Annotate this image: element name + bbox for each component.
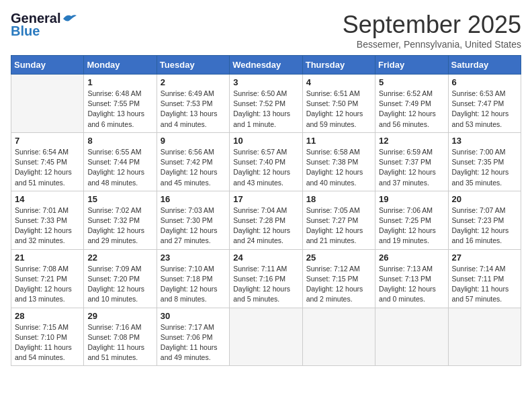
day-info: Sunrise: 6:56 AMSunset: 7:42 PMDaylight:… (161, 147, 226, 188)
col-header-tuesday: Tuesday (157, 56, 229, 75)
day-number: 10 (233, 136, 298, 146)
day-info: Sunrise: 7:05 AMSunset: 7:27 PMDaylight:… (306, 205, 371, 246)
week-row-4: 21Sunrise: 7:08 AMSunset: 7:21 PMDayligh… (11, 249, 521, 308)
page-header: General Blue September 2025 Bessemer, Pe… (11, 11, 521, 50)
day-info: Sunrise: 6:49 AMSunset: 7:53 PMDaylight:… (161, 89, 226, 130)
calendar-cell: 17Sunrise: 7:04 AMSunset: 7:28 PMDayligh… (230, 191, 302, 249)
day-info: Sunrise: 7:07 AMSunset: 7:23 PMDaylight:… (452, 205, 517, 246)
day-info: Sunrise: 6:52 AMSunset: 7:49 PMDaylight:… (379, 89, 444, 130)
day-number: 29 (87, 311, 152, 321)
day-number: 26 (379, 253, 444, 263)
day-info: Sunrise: 7:12 AMSunset: 7:15 PMDaylight:… (306, 264, 371, 305)
day-info: Sunrise: 7:03 AMSunset: 7:30 PMDaylight:… (161, 205, 226, 246)
calendar-cell: 1Sunrise: 6:48 AMSunset: 7:55 PMDaylight… (84, 75, 157, 133)
col-header-thursday: Thursday (302, 56, 375, 75)
day-number: 4 (306, 77, 371, 87)
logo-bird-icon (62, 13, 77, 24)
day-number: 27 (452, 253, 517, 263)
day-info: Sunrise: 6:58 AMSunset: 7:38 PMDaylight:… (306, 147, 371, 188)
calendar-cell: 11Sunrise: 6:58 AMSunset: 7:38 PMDayligh… (302, 132, 375, 191)
day-number: 17 (233, 194, 298, 204)
day-info: Sunrise: 7:04 AMSunset: 7:28 PMDaylight:… (233, 205, 298, 246)
col-header-monday: Monday (84, 56, 157, 75)
day-number: 2 (161, 77, 226, 87)
day-number: 8 (87, 136, 152, 146)
day-info: Sunrise: 7:02 AMSunset: 7:32 PMDaylight:… (87, 205, 152, 246)
calendar-cell: 18Sunrise: 7:05 AMSunset: 7:27 PMDayligh… (302, 191, 375, 249)
day-info: Sunrise: 6:55 AMSunset: 7:44 PMDaylight:… (87, 147, 152, 188)
calendar-cell: 5Sunrise: 6:52 AMSunset: 7:49 PMDaylight… (375, 75, 448, 133)
day-info: Sunrise: 7:06 AMSunset: 7:25 PMDaylight:… (379, 205, 444, 246)
calendar-cell: 9Sunrise: 6:56 AMSunset: 7:42 PMDaylight… (157, 132, 229, 191)
calendar-cell: 25Sunrise: 7:12 AMSunset: 7:15 PMDayligh… (302, 249, 375, 308)
day-number: 21 (15, 253, 80, 263)
day-info: Sunrise: 7:01 AMSunset: 7:33 PMDaylight:… (15, 205, 80, 246)
calendar-cell: 22Sunrise: 7:09 AMSunset: 7:20 PMDayligh… (84, 249, 157, 308)
day-number: 23 (161, 253, 226, 263)
day-number: 16 (161, 194, 226, 204)
day-info: Sunrise: 6:50 AMSunset: 7:52 PMDaylight:… (233, 89, 298, 130)
calendar-cell (375, 308, 448, 366)
week-row-5: 28Sunrise: 7:15 AMSunset: 7:10 PMDayligh… (11, 308, 521, 366)
day-info: Sunrise: 7:09 AMSunset: 7:20 PMDaylight:… (87, 264, 152, 305)
calendar-table: SundayMondayTuesdayWednesdayThursdayFrid… (11, 55, 521, 366)
day-number: 30 (161, 311, 226, 321)
calendar-cell (230, 308, 302, 366)
day-number: 15 (87, 194, 152, 204)
calendar-header-row: SundayMondayTuesdayWednesdayThursdayFrid… (11, 56, 521, 75)
day-info: Sunrise: 6:54 AMSunset: 7:45 PMDaylight:… (15, 147, 80, 188)
day-info: Sunrise: 7:15 AMSunset: 7:10 PMDaylight:… (15, 322, 80, 363)
calendar-cell (302, 308, 375, 366)
day-info: Sunrise: 6:51 AMSunset: 7:50 PMDaylight:… (306, 89, 371, 130)
day-number: 12 (379, 136, 444, 146)
calendar-cell: 3Sunrise: 6:50 AMSunset: 7:52 PMDaylight… (230, 75, 302, 133)
calendar-cell: 21Sunrise: 7:08 AMSunset: 7:21 PMDayligh… (11, 249, 84, 308)
calendar-cell: 8Sunrise: 6:55 AMSunset: 7:44 PMDaylight… (84, 132, 157, 191)
day-number: 20 (452, 194, 517, 204)
logo: General Blue (11, 11, 77, 39)
calendar-cell: 27Sunrise: 7:14 AMSunset: 7:11 PMDayligh… (448, 249, 521, 308)
day-number: 1 (87, 77, 152, 87)
col-header-saturday: Saturday (448, 56, 521, 75)
day-info: Sunrise: 6:48 AMSunset: 7:55 PMDaylight:… (87, 89, 152, 130)
col-header-sunday: Sunday (11, 56, 84, 75)
day-info: Sunrise: 7:16 AMSunset: 7:08 PMDaylight:… (87, 322, 152, 363)
day-number: 5 (379, 77, 444, 87)
day-number: 22 (87, 253, 152, 263)
day-info: Sunrise: 7:13 AMSunset: 7:13 PMDaylight:… (379, 264, 444, 305)
day-number: 19 (379, 194, 444, 204)
calendar-cell: 6Sunrise: 6:53 AMSunset: 7:47 PMDaylight… (448, 75, 521, 133)
calendar-cell: 23Sunrise: 7:10 AMSunset: 7:18 PMDayligh… (157, 249, 229, 308)
calendar-cell: 14Sunrise: 7:01 AMSunset: 7:33 PMDayligh… (11, 191, 84, 249)
col-header-wednesday: Wednesday (230, 56, 302, 75)
day-number: 11 (306, 136, 371, 146)
day-number: 13 (452, 136, 517, 146)
calendar-cell: 24Sunrise: 7:11 AMSunset: 7:16 PMDayligh… (230, 249, 302, 308)
location-subtitle: Bessemer, Pennsylvania, United States (343, 39, 521, 50)
col-header-friday: Friday (375, 56, 448, 75)
day-number: 24 (233, 253, 298, 263)
day-info: Sunrise: 7:08 AMSunset: 7:21 PMDaylight:… (15, 264, 80, 305)
calendar-cell: 26Sunrise: 7:13 AMSunset: 7:13 PMDayligh… (375, 249, 448, 308)
day-number: 28 (15, 311, 80, 321)
calendar-cell (11, 75, 84, 133)
day-number: 9 (161, 136, 226, 146)
day-info: Sunrise: 7:00 AMSunset: 7:35 PMDaylight:… (452, 147, 517, 188)
calendar-cell: 28Sunrise: 7:15 AMSunset: 7:10 PMDayligh… (11, 308, 84, 366)
calendar-cell: 13Sunrise: 7:00 AMSunset: 7:35 PMDayligh… (448, 132, 521, 191)
calendar-cell: 20Sunrise: 7:07 AMSunset: 7:23 PMDayligh… (448, 191, 521, 249)
calendar-cell: 30Sunrise: 7:17 AMSunset: 7:06 PMDayligh… (157, 308, 229, 366)
logo-blue-text: Blue (11, 24, 40, 39)
day-info: Sunrise: 7:10 AMSunset: 7:18 PMDaylight:… (161, 264, 226, 305)
day-number: 25 (306, 253, 371, 263)
day-number: 6 (452, 77, 517, 87)
day-number: 14 (15, 194, 80, 204)
calendar-cell: 19Sunrise: 7:06 AMSunset: 7:25 PMDayligh… (375, 191, 448, 249)
month-title: September 2025 (343, 11, 521, 39)
calendar-cell: 7Sunrise: 6:54 AMSunset: 7:45 PMDaylight… (11, 132, 84, 191)
calendar-cell: 12Sunrise: 6:59 AMSunset: 7:37 PMDayligh… (375, 132, 448, 191)
calendar-cell: 15Sunrise: 7:02 AMSunset: 7:32 PMDayligh… (84, 191, 157, 249)
day-info: Sunrise: 7:11 AMSunset: 7:16 PMDaylight:… (233, 264, 298, 305)
title-block: September 2025 Bessemer, Pennsylvania, U… (343, 11, 521, 50)
day-info: Sunrise: 7:17 AMSunset: 7:06 PMDaylight:… (161, 322, 226, 363)
